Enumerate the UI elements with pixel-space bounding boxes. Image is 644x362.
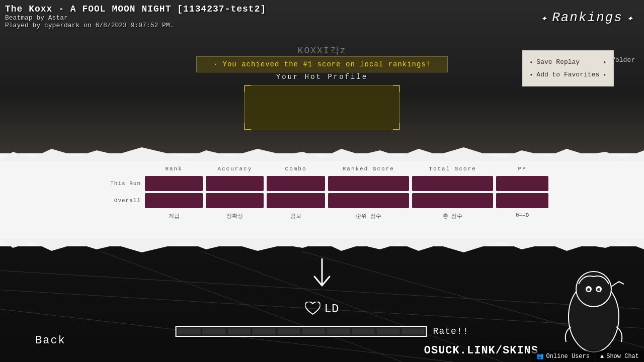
col-ranked-score-header: Ranked Score [328, 166, 409, 172]
col-rank-header: Rank [145, 166, 203, 172]
add-favorites-label: Add to Favorites [536, 71, 599, 78]
stats-header-row: Rank Accuracy Combo Ranked Score Total S… [96, 166, 548, 172]
segment-5 [277, 328, 300, 334]
segment-7 [327, 328, 350, 334]
rating-bar-container: Rate!! [176, 326, 469, 337]
beatmap-by: Beatmap by Astar [5, 14, 266, 22]
bullet-right-icon: ● [603, 60, 606, 64]
overall-rank-cell [145, 193, 203, 208]
this-run-cells [145, 176, 548, 191]
this-run-total-score-cell [412, 176, 493, 191]
folder-text: folder [611, 56, 635, 64]
korean-ranked-score: 순위 점수 [328, 212, 409, 220]
corner-bl-decoration [244, 123, 251, 130]
rankings-label: Rankings [552, 10, 623, 25]
overall-pp-cell [496, 193, 548, 208]
add-favorites-button[interactable]: ● Add to Favorites ● [530, 68, 606, 81]
overall-cells [145, 193, 548, 208]
star-left-icon: ✦ [541, 12, 548, 24]
segment-6 [302, 328, 325, 334]
this-run-row: This Run [96, 176, 548, 191]
show-chat-label: Show Chat [606, 353, 639, 360]
users-icon: 👥 [536, 352, 544, 360]
korean-accuracy: 정확성 [206, 212, 264, 220]
segment-2 [203, 328, 225, 334]
korean-combo: 콤보 [267, 212, 325, 220]
this-run-accuracy-cell [206, 176, 264, 191]
this-run-rank-cell [145, 176, 203, 191]
this-run-label: This Run [96, 180, 141, 187]
corner-tl-decoration [244, 85, 251, 92]
chat-icon: ▲ [600, 353, 604, 360]
koxxi-background-text: KOXXI각z [298, 44, 347, 56]
back-button[interactable]: Back [35, 334, 66, 347]
save-replay-label: Save Replay [536, 58, 580, 66]
character-illustration [543, 261, 644, 362]
rate-button[interactable]: Rate!! [433, 326, 469, 336]
online-users-label: Online Users [546, 353, 590, 360]
online-users-button[interactable]: 👥 Online Users [531, 350, 595, 362]
song-title: The Koxx - A FOOL MOON NIGHT [1134237-te… [5, 4, 266, 14]
bottom-bar: 👥 Online Users ▲ Show Chat [531, 350, 644, 362]
korean-labels-row: 게급 정확성 콤보 순위 점수 총 점수 θ==D [96, 212, 548, 220]
segment-4 [253, 328, 275, 334]
svg-point-11 [597, 288, 600, 291]
korean-pp: θ==D [496, 212, 548, 220]
overall-label: Overall [96, 198, 141, 204]
overall-combo-cell [267, 193, 325, 208]
show-chat-button[interactable]: ▲ Show Chat [595, 351, 644, 362]
heart-ld-decoration: LD [305, 302, 339, 316]
svg-point-10 [587, 288, 590, 291]
played-by: Played by cyperdark on 6/8/2023 9:07:52 … [5, 22, 266, 29]
bullet-icon: ● [530, 60, 533, 64]
segment-10 [401, 328, 424, 334]
segment-9 [377, 328, 399, 334]
korean-total-score: 총 점수 [412, 212, 493, 220]
dropdown-menu: ● Save Replay ● ● Add to Favorites ● [522, 50, 614, 86]
stats-grid: Rank Accuracy Combo Ranked Score Total S… [0, 166, 644, 220]
segment-1 [178, 328, 201, 334]
overall-row: Overall [96, 193, 548, 208]
achievement-text: · You achieved the #1 score on local ran… [213, 60, 431, 68]
profile-section: Your Hot Profile [244, 73, 400, 130]
col-combo-header: Combo [267, 166, 325, 172]
save-replay-button[interactable]: ● Save Replay ● [530, 56, 606, 68]
rankings-button[interactable]: ✦ Rankings ✦ [541, 10, 634, 25]
achievement-banner: · You achieved the #1 score on local ran… [196, 56, 448, 72]
col-total-score-header: Total Score [412, 166, 493, 172]
overall-total-score-cell [412, 193, 493, 208]
star-right-icon: ✦ [627, 12, 634, 24]
bullet2-icon: ● [530, 72, 533, 77]
segment-3 [227, 328, 250, 334]
korean-rank: 게급 [145, 212, 203, 220]
this-run-pp-cell [496, 176, 548, 191]
stats-section: Rank Accuracy Combo Ranked Score Total S… [0, 166, 644, 220]
bullet2-right-icon: ● [603, 72, 606, 77]
col-pp-header: PP [496, 166, 548, 172]
corner-tr-decoration [393, 85, 400, 92]
col-accuracy-header: Accuracy [206, 166, 264, 172]
corner-br-decoration [393, 123, 400, 130]
rating-bar [176, 326, 427, 337]
arrow-down-decoration [307, 256, 337, 298]
profile-card[interactable] [244, 85, 400, 130]
ld-text: LD [325, 302, 339, 316]
segment-8 [352, 328, 374, 334]
this-run-ranked-score-cell [328, 176, 409, 191]
osuck-link-text: OSUCK.LINK/SKINS [424, 344, 538, 357]
overall-accuracy-cell [206, 193, 264, 208]
profile-label: Your Hot Profile [244, 73, 400, 81]
svg-line-3 [101, 251, 403, 362]
overall-ranked-score-cell [328, 193, 409, 208]
this-run-combo-cell [267, 176, 325, 191]
header-info: The Koxx - A FOOL MOON NIGHT [1134237-te… [5, 4, 266, 29]
